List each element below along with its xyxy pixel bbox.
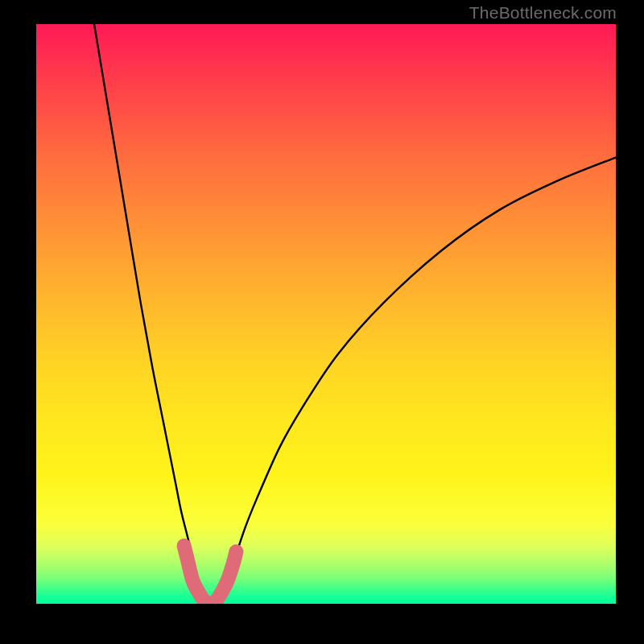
curve-layer bbox=[36, 24, 616, 604]
bottleneck-curve bbox=[94, 24, 616, 604]
optimal-zone-marker bbox=[184, 546, 237, 604]
chart-frame: TheBottleneck.com bbox=[0, 0, 644, 644]
watermark-text: TheBottleneck.com bbox=[469, 3, 617, 23]
plot-area bbox=[36, 24, 616, 604]
